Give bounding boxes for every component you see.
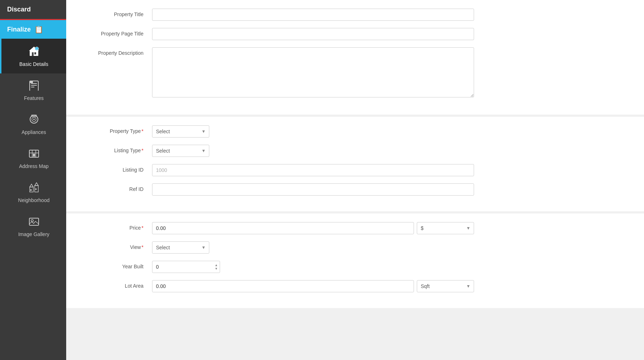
sidebar-item-appliances-label: Appliances [21, 129, 46, 135]
svg-rect-2 [32, 52, 34, 56]
svg-rect-10 [30, 81, 33, 83]
price-label: Price* [80, 222, 152, 231]
svg-rect-25 [35, 188, 36, 190]
property-type-label: Property Type* [80, 125, 152, 134]
listing-id-control [152, 164, 474, 176]
sidebar-item-address-map[interactable]: Address Map [0, 141, 66, 176]
currency-select-wrapper: $ € £ ¥ ▼ [417, 222, 474, 234]
lot-area-control: Sqft Sqm Acres ▼ [152, 280, 474, 292]
svg-rect-19 [33, 154, 35, 157]
property-title-control [152, 9, 474, 21]
sidebar-item-neighborhood[interactable]: Neighborhood [0, 176, 66, 210]
ref-id-control [152, 183, 474, 196]
neighborhood-icon [29, 182, 39, 195]
view-control: Select Ocean Mountain City Garden ▼ [152, 241, 474, 254]
year-built-decrement[interactable]: ▼ [215, 267, 218, 270]
year-built-spinbox-controls: ▲ ▼ [215, 264, 218, 270]
sidebar: Discard Finalize 📋 ⚙ Basic Details [0, 0, 66, 360]
property-title-input[interactable] [152, 9, 474, 21]
currency-select[interactable]: $ € £ ¥ [417, 222, 474, 234]
listing-type-select[interactable]: Select Sale Rent Lease [152, 145, 209, 157]
listing-type-control: Select Sale Rent Lease ▼ [152, 145, 474, 157]
lot-area-row: Lot Area Sqft Sqm Acres ▼ [80, 280, 630, 292]
svg-rect-0 [30, 50, 38, 56]
sidebar-item-basic-details-label: Basic Details [19, 61, 48, 67]
property-description-label: Property Description [80, 47, 152, 56]
price-input[interactable] [152, 222, 414, 234]
svg-rect-24 [30, 189, 31, 191]
listing-id-row: Listing ID [80, 164, 630, 176]
svg-marker-22 [30, 184, 33, 187]
lot-area-input-group: Sqft Sqm Acres ▼ [152, 280, 474, 292]
year-built-row: Year Built ▲ ▼ [80, 261, 630, 273]
property-title-row: Property Title [80, 9, 630, 21]
property-type-select[interactable]: Select House Apartment Condo Land [152, 125, 209, 138]
property-page-title-row: Property Page Title [80, 28, 630, 40]
type-ids-section: Property Type* Select House Apartment Co… [66, 117, 644, 211]
features-icon [29, 80, 39, 93]
listing-id-label: Listing ID [80, 164, 152, 173]
price-control: $ € £ ¥ ▼ [152, 222, 474, 234]
sidebar-item-image-gallery[interactable]: Image Gallery [0, 210, 66, 244]
sidebar-item-features[interactable]: Features [0, 73, 66, 107]
svg-point-13 [33, 119, 35, 120]
property-type-row: Property Type* Select House Apartment Co… [80, 125, 630, 138]
property-page-title-control [152, 28, 474, 40]
svg-point-27 [31, 220, 33, 222]
svg-rect-3 [34, 52, 36, 54]
sidebar-item-features-label: Features [24, 95, 44, 101]
lot-area-input[interactable] [152, 280, 414, 292]
sidebar-item-image-gallery-label: Image Gallery [18, 231, 49, 237]
year-built-increment[interactable]: ▲ [215, 264, 218, 267]
home-icon: ⚙ [28, 45, 40, 59]
ref-id-label: Ref ID [80, 183, 152, 192]
property-page-title-label: Property Page Title [80, 28, 152, 37]
lot-area-unit-select[interactable]: Sqft Sqm Acres [417, 280, 474, 292]
view-select[interactable]: Select Ocean Mountain City Garden [152, 241, 209, 254]
finalize-label: Finalize [7, 26, 31, 33]
lot-area-unit-select-wrapper: Sqft Sqm Acres ▼ [417, 280, 474, 292]
svg-text:⚙: ⚙ [36, 48, 38, 51]
sidebar-item-basic-details[interactable]: ⚙ Basic Details [0, 39, 66, 73]
image-gallery-icon [29, 216, 39, 229]
sidebar-item-neighborhood-label: Neighborhood [18, 197, 50, 203]
property-type-control: Select House Apartment Condo Land ▼ [152, 125, 474, 138]
view-label: View* [80, 241, 152, 250]
year-built-control: ▲ ▼ [152, 261, 474, 273]
property-description-row: Property Description [80, 47, 630, 99]
finalize-button[interactable]: Finalize 📋 [0, 20, 66, 39]
year-built-label: Year Built [80, 261, 152, 269]
property-type-select-wrapper: Select House Apartment Condo Land ▼ [152, 125, 209, 138]
sidebar-item-address-map-label: Address Map [19, 163, 48, 169]
ref-id-input[interactable] [152, 183, 474, 196]
appliances-icon [29, 114, 39, 127]
property-title-label: Property Title [80, 9, 152, 17]
main-content: Property Title Property Page Title Prope… [66, 0, 644, 360]
price-input-group: $ € £ ¥ ▼ [152, 222, 474, 234]
listing-type-label: Listing Type* [80, 145, 152, 153]
property-description-input[interactable] [152, 47, 474, 97]
listing-type-row: Listing Type* Select Sale Rent Lease ▼ [80, 145, 630, 157]
year-built-input[interactable] [152, 261, 220, 273]
property-page-title-input[interactable] [152, 28, 474, 40]
ref-id-row: Ref ID [80, 183, 630, 196]
property-description-control [152, 47, 474, 99]
lot-area-label: Lot Area [80, 280, 152, 289]
listing-id-input[interactable] [152, 164, 474, 176]
svg-marker-23 [35, 183, 38, 186]
title-description-section: Property Title Property Page Title Prope… [66, 0, 644, 115]
price-details-section: Price* $ € £ ¥ ▼ [66, 213, 644, 308]
price-row: Price* $ € £ ¥ ▼ [80, 222, 630, 234]
discard-button[interactable]: Discard [0, 0, 66, 20]
sidebar-nav: ⚙ Basic Details Features [0, 39, 66, 244]
clipboard-icon: 📋 [34, 25, 43, 34]
view-row: View* Select Ocean Mountain City Garden … [80, 241, 630, 254]
svg-rect-26 [29, 218, 39, 225]
address-map-icon [29, 148, 39, 161]
sidebar-item-appliances[interactable]: Appliances [0, 107, 66, 141]
listing-type-select-wrapper: Select Sale Rent Lease ▼ [152, 145, 209, 157]
view-select-wrapper: Select Ocean Mountain City Garden ▼ [152, 241, 209, 254]
year-built-spinbox: ▲ ▼ [152, 261, 220, 273]
